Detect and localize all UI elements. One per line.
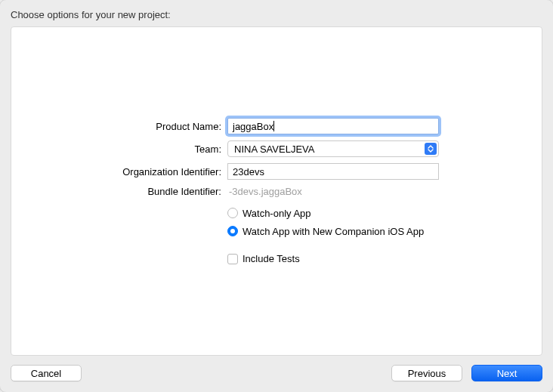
previous-button[interactable]: Previous <box>391 365 462 381</box>
bundle-identifier-row: Bundle Identifier: -3devs.jaggaBox <box>11 186 542 197</box>
chevron-up-down-icon <box>425 143 437 155</box>
product-name-input[interactable]: jaggaBox <box>227 118 439 134</box>
include-tests-row: Include Tests <box>11 244 542 264</box>
radio-watch-only[interactable]: Watch-only App <box>227 206 424 220</box>
radio-watch-companion[interactable]: Watch App with New Companion iOS App <box>227 224 424 238</box>
project-options-dialog: Choose options for your new project: Pro… <box>0 0 553 392</box>
form-area: Product Name: jaggaBox Team: NINA SAVELJ… <box>11 118 542 264</box>
cancel-button[interactable]: Cancel <box>11 365 82 381</box>
radio-label-watch-companion: Watch App with New Companion iOS App <box>243 226 424 237</box>
product-name-label: Product Name: <box>11 121 221 132</box>
page-title: Choose options for your new project: <box>11 9 542 20</box>
app-type-row: Watch-only App Watch App with New Compan… <box>11 203 542 238</box>
radio-label-watch-only: Watch-only App <box>243 208 311 219</box>
footer-buttons: Cancel Previous Next <box>11 356 542 381</box>
team-select[interactable]: NINA SAVELJEVA <box>227 140 439 157</box>
checkbox-icon <box>227 254 238 264</box>
org-identifier-row: Organization Identifier: <box>11 163 542 180</box>
radio-icon <box>227 208 238 218</box>
text-cursor <box>273 121 274 131</box>
include-tests-label: Include Tests <box>243 253 300 264</box>
product-name-value: jaggaBox <box>233 121 273 132</box>
team-label: Team: <box>11 144 221 155</box>
app-type-radio-group: Watch-only App Watch App with New Compan… <box>227 203 424 238</box>
bundle-identifier-label: Bundle Identifier: <box>11 186 221 197</box>
next-button[interactable]: Next <box>471 365 542 381</box>
org-identifier-input[interactable] <box>227 163 439 180</box>
product-name-row: Product Name: jaggaBox <box>11 118 542 134</box>
radio-icon-selected <box>227 226 238 236</box>
include-tests-checkbox[interactable]: Include Tests <box>227 244 300 264</box>
org-identifier-label: Organization Identifier: <box>11 166 221 177</box>
team-row: Team: NINA SAVELJEVA <box>11 140 542 157</box>
team-value: NINA SAVELJEVA <box>234 144 425 155</box>
bundle-identifier-value: -3devs.jaggaBox <box>227 186 302 197</box>
content-panel: Product Name: jaggaBox Team: NINA SAVELJ… <box>11 26 542 356</box>
radio-dot-icon <box>230 229 235 233</box>
